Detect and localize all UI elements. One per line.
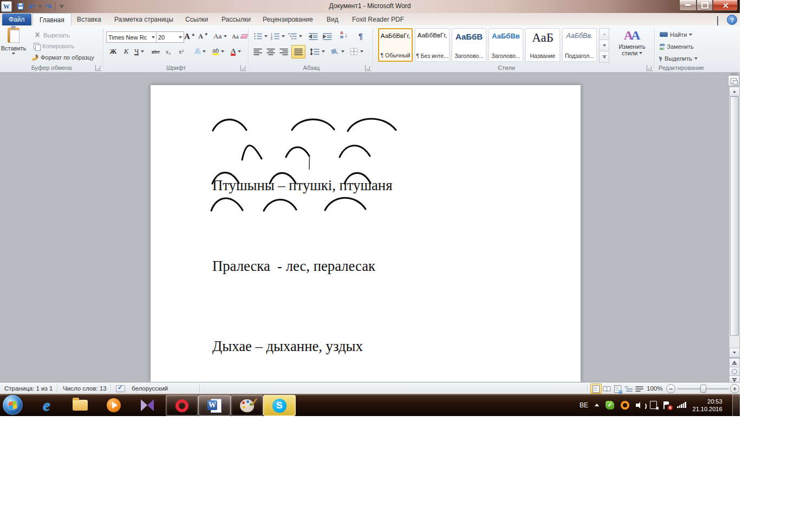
ruler-toggle-button[interactable] xyxy=(728,75,739,86)
paste-button[interactable]: Вставить xyxy=(0,25,27,62)
tray-action-center[interactable]: ✕ xyxy=(663,401,671,409)
previous-page-button[interactable] xyxy=(729,358,740,367)
cut-button[interactable]: Вырезать xyxy=(34,30,70,41)
styles-dialog-launcher[interactable] xyxy=(647,65,653,71)
subscript-button[interactable]: x₂ xyxy=(166,46,171,57)
change-styles-button[interactable]: AA Изменить стили xyxy=(614,29,650,56)
show-desktop-button[interactable] xyxy=(732,394,740,416)
page-indicator[interactable]: Страница: 1 из 1 xyxy=(4,382,53,394)
start-button[interactable] xyxy=(3,395,23,415)
taskbar-paint[interactable] xyxy=(231,395,263,416)
change-case-button[interactable]: Aa xyxy=(213,31,227,42)
language-indicator[interactable]: белорусский xyxy=(132,382,168,394)
zoom-level[interactable]: 100% xyxy=(647,382,662,394)
font-size-combo[interactable]: 20 xyxy=(156,31,184,43)
font-name-combo[interactable]: Times New Rc xyxy=(106,31,157,43)
zoom-slider-thumb[interactable] xyxy=(700,385,706,393)
bold-button[interactable]: Ж xyxy=(108,46,118,57)
minimize-button[interactable] xyxy=(679,0,697,11)
multilevel-list-button[interactable] xyxy=(288,31,302,42)
decrease-indent-button[interactable] xyxy=(309,31,318,42)
taskbar-media-player[interactable] xyxy=(99,395,129,415)
view-outline-button[interactable] xyxy=(623,384,634,394)
find-button[interactable]: Найти xyxy=(660,29,692,40)
tray-firewall[interactable] xyxy=(621,401,629,410)
tab-mailings[interactable]: Рассылки xyxy=(215,13,257,25)
tab-home[interactable]: Главная xyxy=(32,13,71,26)
font-color-button[interactable]: А xyxy=(231,46,241,57)
taskbar-internet-explorer[interactable]: e xyxy=(31,395,62,415)
paragraph-dialog-launcher[interactable] xyxy=(365,65,371,71)
styles-more-button[interactable] xyxy=(599,51,609,63)
styles-scroll-down[interactable] xyxy=(599,40,609,51)
tray-volume[interactable] xyxy=(636,402,643,408)
tab-view[interactable]: Вид xyxy=(320,13,345,25)
align-center-button[interactable] xyxy=(266,46,275,57)
justify-button[interactable] xyxy=(291,45,305,59)
restore-button[interactable] xyxy=(697,0,713,11)
word-count[interactable]: Число слов: 13 xyxy=(63,382,107,394)
align-right-button[interactable] xyxy=(279,46,288,57)
tab-page-layout[interactable]: Разметка страницы xyxy=(108,13,180,25)
borders-button[interactable] xyxy=(350,46,363,57)
tray-antivirus[interactable]: ✓ xyxy=(606,401,614,410)
italic-button[interactable]: К xyxy=(121,46,131,57)
taskbar-explorer[interactable] xyxy=(65,395,95,415)
shading-button[interactable] xyxy=(330,46,344,57)
document-page[interactable]: Птушыны – птушкі, птушаня Пралеска - лес… xyxy=(151,85,581,382)
text-effects-button[interactable]: А xyxy=(195,46,206,57)
clipboard-dialog-launcher[interactable] xyxy=(95,65,101,71)
grow-font-button[interactable]: А▲ xyxy=(184,31,196,42)
view-draft-button[interactable] xyxy=(634,384,645,394)
spellcheck-status[interactable] xyxy=(116,382,125,394)
format-painter-button[interactable]: Формат по образцу xyxy=(31,52,94,63)
copy-button[interactable]: Копировать xyxy=(34,41,74,51)
increase-indent-button[interactable] xyxy=(323,31,332,42)
taskbar-skype[interactable]: S xyxy=(263,395,296,416)
sort-button[interactable]: АЯ ↓ xyxy=(340,30,348,41)
style-heading2[interactable]: АаБбВв Заголово... xyxy=(489,28,523,62)
taskbar-opera[interactable] xyxy=(166,395,198,416)
view-print-layout-button[interactable] xyxy=(590,384,602,394)
font-dialog-launcher[interactable] xyxy=(240,65,246,71)
style-no-spacing[interactable]: АаБбВвГг, ¶ Без инте... xyxy=(415,28,450,62)
bullets-button[interactable] xyxy=(253,31,268,42)
superscript-button[interactable]: x² xyxy=(179,46,184,57)
tray-clock[interactable]: 20:53 21.10.2016 xyxy=(693,398,723,413)
taskbar-kmplayer[interactable] xyxy=(132,395,162,415)
scroll-down-button[interactable] xyxy=(729,348,740,358)
tray-network[interactable] xyxy=(677,402,686,408)
vertical-scrollbar-thumb[interactable] xyxy=(730,96,739,336)
tray-safely-remove[interactable] xyxy=(650,401,657,409)
styles-scroll-up[interactable] xyxy=(599,28,609,40)
help-button[interactable]: ? xyxy=(727,15,737,25)
tab-review[interactable]: Рецензирование xyxy=(256,13,320,25)
taskbar-word[interactable]: W xyxy=(198,395,231,416)
split-handle[interactable] xyxy=(731,73,737,75)
style-title[interactable]: АаБ Название xyxy=(525,28,560,62)
select-browse-object-button[interactable] xyxy=(729,367,740,376)
view-fullscreen-reading-button[interactable] xyxy=(601,384,613,394)
line-spacing-button[interactable] xyxy=(310,46,325,57)
zoom-in-button[interactable]: + xyxy=(730,384,739,393)
tab-foxit[interactable]: Foxit Reader PDF xyxy=(346,13,411,25)
select-button[interactable]: Выделить xyxy=(660,53,698,64)
highlight-button[interactable]: ab xyxy=(212,46,224,57)
scroll-up-button[interactable] xyxy=(729,87,740,96)
underline-button[interactable]: Ч xyxy=(134,46,144,57)
zoom-out-button[interactable]: − xyxy=(666,384,675,393)
tab-references[interactable]: Ссылки xyxy=(179,13,214,25)
view-web-layout-button[interactable] xyxy=(612,384,623,394)
tab-file[interactable]: Файл xyxy=(2,14,31,25)
style-normal[interactable]: АаБбВвГг, ¶ Обычный xyxy=(378,28,413,62)
tab-insert[interactable]: Вставка xyxy=(70,13,108,25)
show-marks-button[interactable]: ¶ xyxy=(359,31,363,42)
clear-formatting-button[interactable]: Аа xyxy=(232,31,248,42)
numbering-button[interactable]: 1 2 3 xyxy=(271,31,285,42)
keyboard-language[interactable]: BE xyxy=(580,401,588,409)
close-button[interactable] xyxy=(713,0,738,11)
show-hidden-icons-button[interactable] xyxy=(595,404,599,406)
style-subtitle[interactable]: АаБбВв. Подзагол... xyxy=(562,28,597,62)
strikethrough-button[interactable]: abc xyxy=(152,46,160,57)
align-left-button[interactable] xyxy=(253,46,262,57)
